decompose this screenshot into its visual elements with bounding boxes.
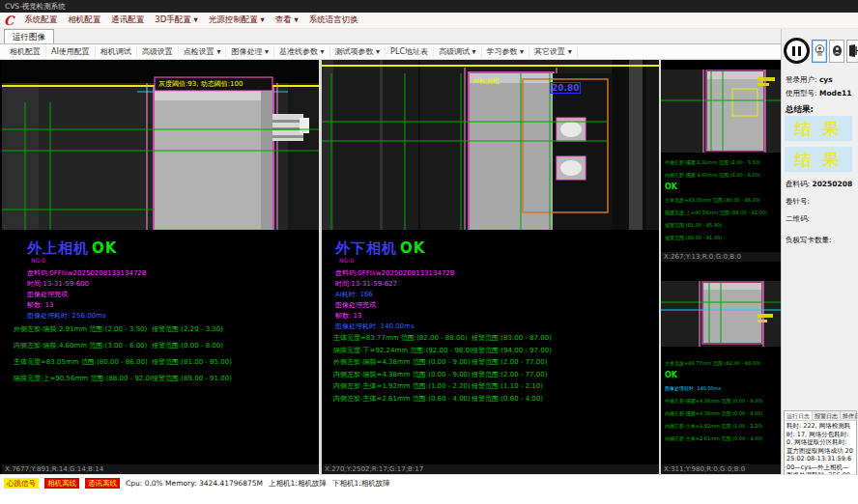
tool-camera-debug[interactable]: 相机调试 bbox=[96, 46, 137, 57]
camera-panel-outer-upper: 灰度阈值:93, 动态阈值:100 外上相机OK NG:0 盘料码:0FFIii… bbox=[2, 60, 319, 474]
pause-button[interactable] bbox=[784, 38, 810, 64]
tool-baseline-params[interactable]: 基准线参数 ▾ bbox=[274, 46, 330, 57]
camera-image-aux-bottom[interactable] bbox=[661, 275, 781, 352]
tool-plc-address-table[interactable]: PLC地址表 bbox=[386, 46, 434, 57]
lock-user-icon bbox=[832, 44, 843, 58]
ai-value-readout: 20.80 bbox=[550, 82, 581, 94]
measurement-row: 内侧左胶-隔膜=4.38mm 范围:(0.00 - 9.00)报警范围:(2.0… bbox=[333, 370, 547, 379]
user-account-button[interactable] bbox=[812, 40, 827, 63]
total-result-label: 总结果: bbox=[786, 104, 814, 116]
login-user-row: 登录用户: cys bbox=[786, 75, 833, 85]
pause-icon bbox=[792, 46, 795, 56]
elapsed-time-text: 图像处理耗时: 256.00ms bbox=[27, 311, 106, 321]
tool-advanced-settings[interactable]: 高级设置 bbox=[137, 46, 179, 57]
measurement-line: 内侧左胶-主体=2.61mm 范围:(0.60 - 4.00) bbox=[665, 435, 762, 441]
menu-item-language-switch[interactable]: 系统语言切换 bbox=[309, 14, 358, 26]
measurement-line: 主体宽度=83.77mm 范围:(82.00 - 88.00) bbox=[665, 360, 760, 366]
measurement-row: 内侧左胶-主体=1.92mm 范围:(1.00 - 2.20)报警范围:(1.1… bbox=[333, 381, 543, 391]
measurement-line: 隔膜宽度-上=90.56mm 范围:(88.00 - 92.00) bbox=[665, 210, 767, 215]
logout-button[interactable] bbox=[846, 40, 858, 63]
measurement-row: 外侧左胶-隔膜:2.91mm 范围:(2.00 - 3.50)报警范围:(2.2… bbox=[14, 324, 223, 334]
cpu-memory-text: Cpu: 0.0% Memory: 3424.41796875M bbox=[126, 478, 263, 489]
measurement-line: 内侧左胶-主体=1.92mm 范围:(1.00 - 2.20) bbox=[665, 423, 762, 429]
measurement-line: 外侧左胶-隔膜=4.38mm 范围:(0.00 - 9.00) bbox=[665, 398, 762, 404]
frame-count-text: 帧数: 13 bbox=[335, 311, 362, 321]
tool-image-processing[interactable]: 图像处理 ▾ bbox=[226, 46, 274, 57]
tool-spot-check-settings[interactable]: 点检设置 ▾ bbox=[179, 46, 227, 57]
toolbar: 相机配置 AI使用配置 相机调试 高级设置 点检设置 ▾ 图像处理 ▾ 基准线参… bbox=[0, 44, 781, 60]
log-tabs: 运行日志 报警日志 操作日志 bbox=[785, 411, 856, 421]
pixel-coordinate-readout: X:7677;Y:891;R:14;G:14;B:14 bbox=[2, 464, 319, 474]
camera-offline-badge: 相机离线 bbox=[44, 478, 79, 489]
menu-item-comm-config[interactable]: 通讯配置 bbox=[111, 14, 144, 26]
measurement-row: 隔膜宽度-上=90.56mm 范围:(88.00 - 92.00)报警范围:(8… bbox=[14, 374, 232, 383]
measurement-row: 内侧左胶-隔膜:4.60mm 范围:(3.00 - 6.00)报警范围:(0.0… bbox=[14, 341, 223, 350]
tool-ai-use-config[interactable]: AI使用配置 bbox=[46, 46, 96, 57]
material-code-value: 20250208 bbox=[812, 180, 852, 188]
measurement-row: 外侧左胶-隔膜=4.38mm 范围:(0.00 - 9.00)报警范围:(2.0… bbox=[333, 357, 547, 367]
log-tab-run[interactable]: 运行日志 bbox=[785, 411, 813, 420]
tool-other-settings[interactable]: 其它设置 ▾ bbox=[529, 46, 578, 57]
process-status-text: 图像处理完成 bbox=[335, 300, 376, 310]
log-tab-operation[interactable]: 操作日志 bbox=[841, 411, 858, 420]
measurement-line: 报警范围:(89.00 - 91.00) bbox=[665, 235, 722, 240]
window-title: CVS-视觉检测系统 bbox=[5, 2, 66, 11]
comm-offline-badge: 通讯离线 bbox=[85, 478, 120, 489]
camera-panel-outer-lower: AI检测框 20.80 外下相机OK NG:0 盘料码:0FFIiiw20250… bbox=[322, 60, 659, 474]
measurement-row: 主体宽度=83.77mm 范围:(82.00 - 88.00)报警范围:(83.… bbox=[333, 333, 552, 343]
app-logo-icon: C bbox=[4, 14, 14, 28]
camera-result-title: 外上相机OK bbox=[27, 239, 117, 258]
tool-advanced-debug[interactable]: 高级调试 ▾ bbox=[434, 46, 482, 57]
menu-item-3d-hand-config[interactable]: 3D手配置 ▾ bbox=[155, 14, 197, 26]
tab-run-image[interactable]: 运行图像 bbox=[4, 29, 54, 43]
menu-item-camera-config[interactable]: 相机配置 bbox=[68, 14, 100, 26]
measurement-row: 隔膜宽度-下=92.24mm 范围:(92.00 - 98.00)报警范围:(9… bbox=[333, 346, 552, 355]
camera-panel-aux-bottom: 主体宽度=83.77mm 范围:(82.00 - 88.00) OK 图像处理耗… bbox=[661, 264, 781, 474]
card-count-row: 负极写卡数量: bbox=[786, 236, 832, 245]
camera1-error-text: 上相机1:相机故障 bbox=[269, 478, 327, 489]
titlebar: CVS-视觉检测系统 bbox=[0, 0, 858, 13]
ng-count-text: NG:0 bbox=[31, 257, 45, 264]
elapsed-time-text: 图像处理耗时: 140.00ms bbox=[335, 322, 415, 331]
elapsed-time-line: 图像处理耗时: 140.00ms bbox=[665, 385, 721, 391]
menu-item-light-control-config[interactable]: 光源控制配置 ▾ bbox=[209, 14, 265, 26]
menu-item-view[interactable]: 查看 ▾ bbox=[275, 14, 299, 26]
threshold-overlay-text: 灰度阈值:93, 动态阈值:100 bbox=[158, 79, 243, 89]
main-area: 灰度阈值:93, 动态阈值:100 外上相机OK NG:0 盘料码:0FFIii… bbox=[0, 60, 781, 474]
measurement-row: 内侧左胶-主体=2.61mm 范围:(0.60 - 4.00)报警范围:(0.6… bbox=[333, 394, 543, 404]
tool-learning-params[interactable]: 学习参数 ▾ bbox=[482, 46, 530, 57]
ai-box-label: AI检测框 bbox=[472, 76, 500, 86]
control-sidebar: 登录用户: cys 使用型号: Mode11 总结果: 结 果 结 果 盘料码:… bbox=[781, 29, 858, 478]
tool-test-item-params[interactable]: 测试项参数 ▾ bbox=[330, 46, 386, 57]
camera-image-aux-top[interactable] bbox=[661, 60, 781, 156]
barcode-text: 盘料码:0FFIiiw2025020813313472B bbox=[335, 268, 455, 278]
log-panel: 运行日志 报警日志 操作日志 耗时: 222, 网络检测耗时: 17, 网络分包… bbox=[784, 410, 857, 476]
camera-result-title: 外下相机OK bbox=[335, 239, 425, 258]
result-box-1: 结 果 bbox=[785, 116, 852, 141]
sidebar-buttons bbox=[784, 38, 858, 64]
frame-count-text: 帧数: 13 bbox=[27, 300, 54, 310]
measurement-line: 内侧左胶-隔膜:4.60mm 范围:(3.00 - 6.00) bbox=[665, 172, 760, 178]
measurement-line: 报警范围:(81.00 - 85.00) bbox=[665, 222, 722, 228]
result-box-2: 结 果 bbox=[785, 147, 852, 172]
user-icon bbox=[815, 44, 825, 58]
tab-strip: 运行图像 bbox=[0, 29, 781, 44]
app-window: CVS-视觉检测系统 C 系统配置 相机配置 通讯配置 3D手配置 ▾ 光源控制… bbox=[0, 0, 858, 504]
needle-number-row: 卷针号: bbox=[786, 197, 810, 207]
log-tab-alarm[interactable]: 报警日志 bbox=[813, 411, 841, 420]
measurement-line: 主体宽度=83.05mm 范围:(80.00 - 86.00) bbox=[665, 197, 760, 203]
login-user-value: cys bbox=[819, 75, 833, 84]
tool-camera-config[interactable]: 相机配置 bbox=[5, 46, 46, 57]
process-status-text: 图像处理完成 bbox=[27, 290, 68, 299]
camera2-error-text: 下相机1:相机故障 bbox=[332, 478, 390, 489]
heartbeat-badge: 心跳信号 bbox=[4, 478, 39, 489]
menu-item-system-config[interactable]: 系统配置 bbox=[24, 14, 57, 26]
camera-panel-aux-top: 外侧左胶-隔膜:2.91mm 范围:(2.00 - 3.50) 内侧左胶-隔膜:… bbox=[661, 60, 781, 262]
ai-time-text: AI耗时: 166 bbox=[335, 290, 373, 299]
material-code-row: 盘料码: 20250208 bbox=[786, 180, 852, 189]
result-ok-text: OK bbox=[665, 182, 677, 191]
menubar: C 系统配置 相机配置 通讯配置 3D手配置 ▾ 光源控制配置 ▾ 查看 ▾ 系… bbox=[0, 13, 858, 29]
pixel-coordinate-readout: X:270;Y:2502;R:17;G:17;B:17 bbox=[322, 464, 659, 474]
barcode-text: 盘料码:0FFIiiw2025020813313472B bbox=[27, 268, 147, 278]
user-lock-button[interactable] bbox=[829, 40, 844, 63]
